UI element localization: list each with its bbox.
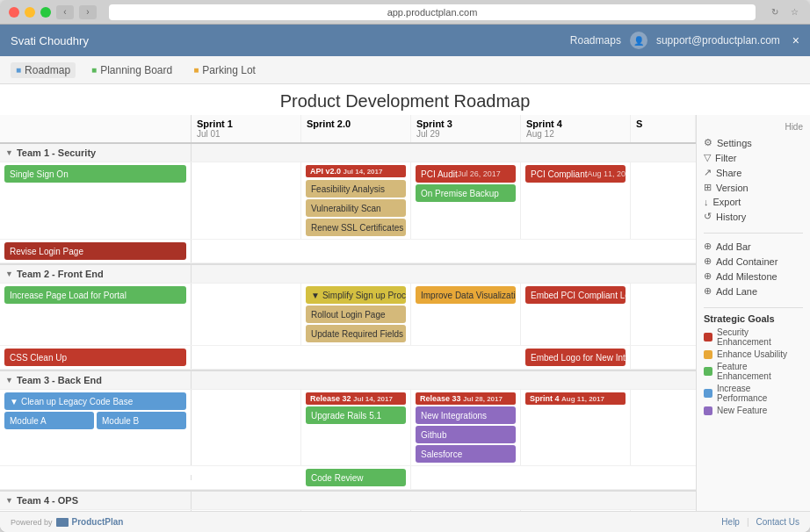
legend-item-usability: Enhance Usability (704, 349, 803, 359)
browser-bookmark[interactable]: ☆ (787, 5, 801, 19)
sprint4-name: Sprint 4 (526, 119, 625, 129)
expand-icon: ▼ (311, 291, 320, 300)
team3-row2: Code Review (0, 466, 696, 490)
bar-simplify-signup[interactable]: ▼Simplify Sign up Process (306, 286, 406, 304)
bar-renew-ssl[interactable]: Renew SSL Certificates (306, 219, 406, 236)
team4-section: ▼ Team 4 - OPS (0, 492, 696, 511)
sprint3-date: Jul 29 (416, 129, 515, 139)
sidebar-add-lane[interactable]: ⊕ Add Lane (704, 284, 803, 298)
team3-left2 (0, 475, 192, 480)
history-icon: ↺ (704, 211, 712, 222)
roadmap-tab-label: Roadmap (25, 64, 70, 76)
module-bars: Module A Module B (4, 412, 186, 429)
add-bar-icon: ⊕ (704, 241, 712, 252)
export-icon: ↓ (704, 197, 709, 207)
sprint4-milestone-t3[interactable]: Sprint 4 Aug 11, 2017 (525, 392, 626, 405)
sprint1-name: Sprint 1 (197, 119, 295, 129)
sidebar-add-container[interactable]: ⊕ Add Container (704, 254, 803, 269)
add-lane-icon: ⊕ (704, 285, 712, 297)
browser-refresh[interactable]: ↻ (768, 5, 782, 19)
team3-label: ▼ Team 3 - Back End (0, 371, 192, 389)
user-icon[interactable]: 👤 (630, 32, 647, 49)
bar-embed-logo-integrations[interactable]: Embed Logo for New Integrations (525, 349, 626, 366)
bar-update-required[interactable]: Update Required Fields (306, 325, 406, 342)
footer-help-link[interactable]: Help (721, 517, 740, 527)
legend-dot-security (704, 333, 712, 341)
browser-dot-yellow[interactable] (25, 7, 35, 18)
team2-chevron[interactable]: ▼ (5, 270, 13, 278)
nav-roadmaps[interactable]: Roadmaps (570, 34, 621, 47)
settings-icon: ⚙ (704, 137, 712, 148)
tab-parking-lot[interactable]: ■ Parking Lot (188, 62, 261, 78)
browser-forward[interactable]: › (79, 5, 97, 19)
team1-row2: Revise Login Page (0, 240, 696, 263)
browser-dot-red[interactable] (9, 7, 19, 18)
planning-tab-label: Planning Board (100, 64, 172, 76)
sidebar-settings[interactable]: ⚙ Settings (704, 135, 803, 150)
hide-button[interactable]: Hide (704, 122, 803, 132)
bar-css-cleanup[interactable]: CSS Clean Up (4, 349, 186, 366)
team2-s4-r2: Embed Logo for New Integrations (521, 346, 631, 369)
team2-row2: CSS Clean Up Embed Logo for New Integrat… (0, 346, 696, 370)
header-team-col (0, 115, 192, 142)
sprint4-date: Aug 12 (526, 129, 625, 139)
browser-dot-green[interactable] (40, 7, 51, 18)
bar-new-integrations[interactable]: New Integrations (416, 406, 516, 424)
legend-item-performance: Increase Performance (704, 384, 803, 403)
bar-single-sign-on[interactable]: Single Sign On (4, 165, 186, 183)
team3-chevron[interactable]: ▼ (5, 376, 13, 385)
team3-s2-r1: Release 32 Jul 14, 2017 Upgrade Rails 5.… (301, 390, 411, 465)
sidebar-add-bar[interactable]: ⊕ Add Bar (704, 239, 803, 254)
sidebar-version[interactable]: ⊞ Version (704, 180, 803, 195)
share-icon: ↗ (704, 167, 712, 178)
bar-revise-login[interactable]: Revise Login Page (4, 242, 186, 260)
browser-address-bar[interactable]: app.productplan.com (109, 4, 756, 20)
bar-vulnerability[interactable]: Vulnerability Scan (306, 199, 406, 217)
sprint1-header: Sprint 1 Jul 01 (192, 115, 301, 142)
version-icon: ⊞ (704, 182, 712, 193)
bar-code-review[interactable]: Code Review (306, 469, 406, 486)
sidebar-share[interactable]: ↗ Share (704, 165, 803, 180)
team1-row1: Single Sign On API v2.0 Jul 14, 2017 Fea… (0, 162, 696, 240)
tab-roadmap[interactable]: ■ Roadmap (11, 62, 76, 78)
browser-back[interactable]: ‹ (56, 5, 74, 19)
tab-planning-board[interactable]: ■ Planning Board (86, 62, 177, 78)
sidebar-export[interactable]: ↓ Export (704, 195, 803, 209)
bar-cleanup-legacy[interactable]: ▼Clean up Legacy Code Base (4, 392, 186, 410)
bar-module-b[interactable]: Module B (97, 412, 186, 429)
bar-increase-page-load[interactable]: Increase Page Load for Portal (4, 286, 186, 304)
sidebar-add-milestone[interactable]: ⊕ Add Milestone (704, 269, 803, 284)
release32-milestone[interactable]: Release 32 Jul 14, 2017 (306, 392, 406, 405)
planning-tab-icon: ■ (91, 65, 97, 75)
legend-item-new-feature: New Feature (704, 406, 803, 415)
team4-chevron[interactable]: ▼ (5, 496, 13, 505)
footer-brand: Powered by ProductPlan (11, 517, 123, 527)
bar-embed-pci-logo[interactable]: Embed PCI Compliant Logo (525, 286, 626, 304)
bar-pci-audit[interactable]: PCI Audit Jul 26, 2017 (416, 165, 516, 183)
bar-salesforce[interactable]: Salesforce (416, 445, 516, 463)
bar-feasibility[interactable]: Feasibility Analysis (306, 180, 406, 198)
close-button[interactable]: × (792, 33, 799, 47)
bar-on-premise-backup[interactable]: On Premise Backup (416, 184, 516, 202)
bar-rollout-login[interactable]: Rollout Login Page (306, 306, 406, 323)
api-milestone[interactable]: API v2.0 Jul 14, 2017 (306, 165, 406, 177)
team4-header-row: ▼ Team 4 - OPS (0, 492, 696, 510)
bar-upgrade-rails[interactable]: Upgrade Rails 5.1 (306, 406, 406, 424)
team3-section: ▼ Team 3 - Back End (0, 371, 696, 492)
sidebar-filter[interactable]: ▽ Filter (704, 150, 803, 165)
sidebar-divider2 (704, 307, 803, 308)
team3-row1: ▼Clean up Legacy Code Base Module A Modu… (0, 390, 696, 466)
team1-chevron[interactable]: ▼ (5, 148, 13, 157)
team1-header-row: ▼ Team 1 - Security (0, 144, 696, 162)
header-row: Sprint 1 Jul 01 Sprint 2.0 Sprint 3 Jul … (0, 115, 696, 144)
release33-milestone[interactable]: Release 33 Jul 28, 2017 (416, 392, 516, 405)
bar-module-a[interactable]: Module A (4, 412, 94, 429)
sidebar-history[interactable]: ↺ History (704, 209, 803, 224)
nav-support[interactable]: support@productplan.com (656, 34, 780, 47)
team2-row1: Increase Page Load for Portal ▼Simplify … (0, 284, 696, 346)
bar-pci-compliant[interactable]: PCI Compliant Aug 11, 2017 (525, 165, 626, 183)
bar-improve-data-viz[interactable]: Improve Data Visualization (416, 286, 516, 304)
gantt-area: Sprint 1 Jul 01 Sprint 2.0 Sprint 3 Jul … (0, 115, 810, 511)
footer-contact-link[interactable]: Contact Us (756, 517, 799, 527)
bar-github[interactable]: Github (416, 426, 516, 443)
